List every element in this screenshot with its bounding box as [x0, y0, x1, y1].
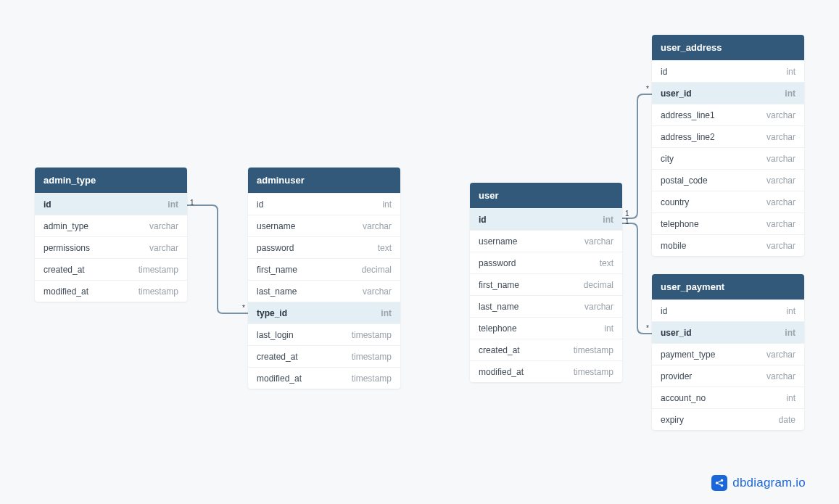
share-icon: [711, 475, 727, 491]
column-name: user_id: [661, 328, 692, 338]
column-name: id: [479, 215, 487, 225]
column-name: address_line2: [661, 132, 715, 142]
table-row[interactable]: user_idint: [652, 321, 804, 343]
table-row[interactable]: cityvarchar: [652, 147, 804, 169]
table-user[interactable]: user idint usernamevarchar passwordtext …: [470, 183, 622, 382]
table-row[interactable]: payment_typevarchar: [652, 343, 804, 365]
connection-user-user_payment: [622, 223, 652, 334]
table-row[interactable]: idint: [470, 208, 622, 230]
table-admin_type[interactable]: admin_type id int admin_type varchar per…: [35, 168, 187, 302]
table-row[interactable]: permissions varchar: [35, 236, 187, 258]
table-row[interactable]: type_idint: [248, 302, 400, 323]
brand-logo[interactable]: dbdiagram.io: [711, 475, 806, 491]
table-adminuser[interactable]: adminuser idint usernamevarchar password…: [248, 168, 400, 389]
column-name: modified_at: [257, 373, 302, 384]
column-name: account_no: [661, 393, 706, 403]
column-type: varchar: [584, 236, 613, 247]
table-row[interactable]: user_idint: [652, 82, 804, 104]
table-row[interactable]: passwordtext: [470, 252, 622, 273]
column-type: varchar: [584, 302, 613, 312]
cardinality-label: *: [646, 324, 649, 332]
table-user_address[interactable]: user_address idint user_idint address_li…: [652, 35, 804, 256]
table-row[interactable]: admin_type varchar: [35, 215, 187, 236]
column-type: text: [378, 243, 392, 253]
diagram-canvas[interactable]: 1 * 1 * 1 * admin_type id int admin_type…: [0, 0, 839, 504]
table-header[interactable]: user: [470, 183, 622, 208]
column-type: decimal: [584, 280, 613, 290]
column-type: varchar: [766, 197, 795, 207]
column-type: int: [382, 199, 392, 210]
table-row[interactable]: passwordtext: [248, 236, 400, 258]
table-row[interactable]: first_namedecimal: [248, 258, 400, 280]
column-name: mobile: [661, 241, 686, 251]
table-row[interactable]: address_line1varchar: [652, 104, 804, 125]
column-type: varchar: [363, 221, 392, 231]
column-type: varchar: [766, 175, 795, 186]
table-row[interactable]: last_logintimestamp: [248, 323, 400, 345]
table-row[interactable]: telephoneint: [470, 317, 622, 339]
table-row[interactable]: address_line2varchar: [652, 125, 804, 147]
column-type: varchar: [766, 241, 795, 251]
column-type: varchar: [149, 243, 178, 253]
column-name: postal_code: [661, 175, 708, 186]
table-row[interactable]: created_attimestamp: [470, 339, 622, 360]
column-type: int: [786, 67, 795, 77]
table-user_payment[interactable]: user_payment idint user_idint payment_ty…: [652, 274, 804, 430]
column-type: timestamp: [352, 330, 392, 340]
cardinality-label: 1: [625, 218, 629, 226]
table-row[interactable]: usernamevarchar: [470, 230, 622, 252]
table-row[interactable]: account_noint: [652, 387, 804, 408]
column-name: id: [661, 67, 667, 77]
table-row[interactable]: idint: [652, 60, 804, 82]
table-row[interactable]: created_at timestamp: [35, 258, 187, 280]
column-type: varchar: [766, 350, 795, 360]
table-row[interactable]: expirydate: [652, 408, 804, 430]
table-row[interactable]: providervarchar: [652, 365, 804, 387]
table-row[interactable]: created_attimestamp: [248, 345, 400, 367]
table-row[interactable]: id int: [35, 193, 187, 215]
table-header[interactable]: user_payment: [652, 274, 804, 299]
table-row[interactable]: last_namevarchar: [470, 295, 622, 317]
column-type: int: [604, 323, 613, 334]
column-name: address_line1: [661, 110, 715, 120]
table-header[interactable]: adminuser: [248, 168, 400, 193]
column-name: id: [661, 306, 667, 316]
column-name: user_id: [661, 88, 692, 99]
column-type: varchar: [766, 132, 795, 142]
table-row[interactable]: modified_at timestamp: [35, 280, 187, 302]
table-row[interactable]: last_namevarchar: [248, 280, 400, 302]
svg-point-0: [716, 482, 719, 484]
table-row[interactable]: postal_codevarchar: [652, 169, 804, 191]
table-row[interactable]: idint: [652, 299, 804, 321]
column-type: varchar: [149, 221, 178, 231]
table-row[interactable]: first_namedecimal: [470, 273, 622, 295]
column-name: last_name: [479, 302, 518, 312]
column-name: id: [257, 199, 263, 210]
column-type: varchar: [766, 371, 795, 381]
column-name: first_name: [257, 265, 297, 275]
table-row[interactable]: modified_attimestamp: [248, 367, 400, 389]
column-type: timestamp: [139, 286, 178, 297]
table-header[interactable]: user_address: [652, 35, 804, 60]
table-row[interactable]: usernamevarchar: [248, 215, 400, 236]
column-name: telephone: [661, 219, 699, 229]
column-type: varchar: [766, 154, 795, 164]
column-type: int: [785, 328, 795, 338]
table-header[interactable]: admin_type: [35, 168, 187, 193]
column-type: timestamp: [574, 367, 613, 377]
column-type: timestamp: [139, 265, 178, 275]
column-type: timestamp: [352, 352, 392, 362]
column-name: telephone: [479, 323, 517, 334]
column-type: timestamp: [352, 373, 392, 384]
table-row[interactable]: idint: [248, 193, 400, 215]
cardinality-label: *: [242, 304, 245, 312]
column-type: decimal: [362, 265, 392, 275]
column-name: password: [257, 243, 294, 253]
column-name: city: [661, 154, 674, 164]
table-row[interactable]: countryvarchar: [652, 191, 804, 212]
table-row[interactable]: modified_attimestamp: [470, 360, 622, 382]
table-row[interactable]: telephonevarchar: [652, 212, 804, 234]
table-row[interactable]: mobilevarchar: [652, 234, 804, 256]
column-name: username: [479, 236, 517, 247]
column-name: last_name: [257, 286, 297, 297]
